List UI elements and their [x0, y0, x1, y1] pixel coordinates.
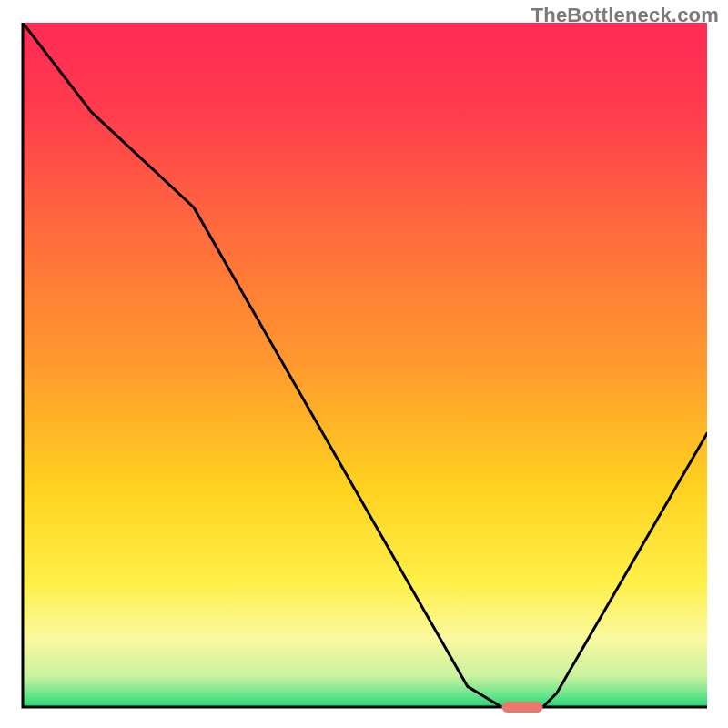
plot-background: [23, 23, 707, 707]
optimal-range-marker: [501, 702, 542, 713]
watermark-text: TheBottleneck.com: [531, 4, 719, 27]
chart-container: TheBottleneck.com: [0, 0, 728, 728]
bottleneck-chart: [0, 0, 728, 728]
